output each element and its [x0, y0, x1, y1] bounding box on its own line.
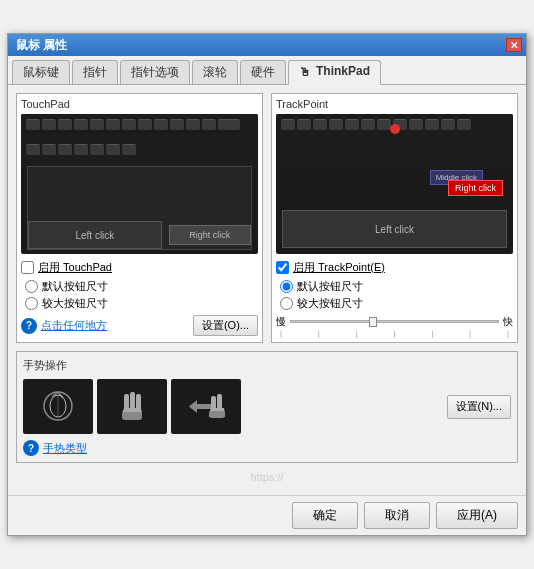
- key: [138, 119, 152, 130]
- key: [457, 119, 471, 130]
- keyboard-bg-trk: [276, 114, 513, 169]
- tick: |: [318, 329, 320, 338]
- trackpoint-options: 启用 TrackPoint(E) 默认按钮尺寸 较大按钮尺寸 慢: [276, 260, 513, 338]
- default-size-radio[interactable]: [25, 280, 38, 293]
- touchpad-title: TouchPad: [21, 98, 258, 110]
- speed-slider-container: [290, 315, 499, 329]
- close-button[interactable]: ✕: [506, 38, 522, 52]
- window-controls: ✕: [506, 38, 522, 52]
- tick: |: [507, 329, 509, 338]
- tp-large-size-radio[interactable]: [280, 297, 293, 310]
- main-window: 鼠标 属性 ✕ 鼠标键 指针 指针选项 滚轮 硬件 🖱ThinkPad Touc…: [7, 33, 527, 536]
- gesture-help-row: ? 手热类型: [23, 440, 511, 456]
- touchpad-settings-btn[interactable]: 设置(O)...: [193, 315, 258, 336]
- right-click-zone: Right click: [448, 180, 503, 196]
- gesture-section: 手势操作: [16, 351, 518, 463]
- key: [425, 119, 439, 130]
- tab-bar: 鼠标键 指针 指针选项 滚轮 硬件 🖱ThinkPad: [8, 56, 526, 85]
- touchpad-help-link[interactable]: ? 点击任何地方: [21, 318, 107, 334]
- key: [329, 119, 343, 130]
- help-icon: ?: [21, 318, 37, 334]
- key: [409, 119, 423, 130]
- key: [297, 119, 311, 130]
- key: [58, 144, 72, 155]
- enable-trackpoint-row: 启用 TrackPoint(E): [276, 260, 513, 275]
- key: [26, 144, 40, 155]
- tab-pointer[interactable]: 指针: [72, 60, 118, 84]
- key: [170, 119, 184, 130]
- gesture-three-finger-img: [97, 379, 167, 434]
- enable-trackpoint-checkbox[interactable]: [276, 261, 289, 274]
- key: [42, 119, 56, 130]
- touchpad-right-label: Right click: [189, 230, 230, 240]
- enable-touchpad-label: 启用 TouchPad: [38, 260, 112, 275]
- key: [58, 119, 72, 130]
- gesture-three-finger-icon: [102, 384, 162, 429]
- gesture-swipe-img: [171, 379, 241, 434]
- touchpad-image: Left click Right click: [21, 114, 258, 254]
- thinkpad-tab-icon: 🖱: [299, 65, 313, 79]
- tab-pointer-options[interactable]: 指针选项: [120, 60, 190, 84]
- tab-wheel[interactable]: 滚轮: [192, 60, 238, 84]
- touchpad-help-text: 点击任何地方: [41, 318, 107, 333]
- tp-default-size-radio[interactable]: [280, 280, 293, 293]
- panels-row: TouchPad: [16, 93, 518, 343]
- tp-default-size-row: 默认按钮尺寸: [276, 279, 513, 294]
- enable-touchpad-row: 启用 TouchPad: [21, 260, 258, 275]
- key: [154, 119, 168, 130]
- touchpad-help-row: ? 点击任何地方 设置(O)...: [21, 315, 258, 336]
- left-click-zone: Left click: [282, 210, 507, 248]
- gesture-rotate-icon: [28, 384, 88, 429]
- touchpad-right-zone: Right click: [169, 225, 252, 245]
- tp-default-size-label: 默认按钮尺寸: [297, 279, 363, 294]
- key: [106, 119, 120, 130]
- tick: |: [393, 329, 395, 338]
- right-click-label: Right click: [455, 183, 496, 193]
- tab-hardware[interactable]: 硬件: [240, 60, 286, 84]
- slider-track: [290, 320, 499, 323]
- touchpad-surface: Left click Right click: [27, 166, 252, 250]
- touchpad-panel: TouchPad: [16, 93, 263, 343]
- gesture-swipe-icon: [171, 384, 241, 429]
- key: [42, 144, 56, 155]
- touchpad-options: 启用 TouchPad 默认按钮尺寸 较大按钮尺寸 ? 点击任何地方: [21, 260, 258, 336]
- keyboard-bg-tp: [21, 114, 258, 169]
- bottom-buttons: 确定 取消 应用(A): [8, 495, 526, 535]
- default-size-label: 默认按钮尺寸: [42, 279, 108, 294]
- key: [26, 119, 40, 130]
- tab-thinkpad[interactable]: 🖱ThinkPad: [288, 60, 381, 85]
- trackpoint-title: TrackPoint: [276, 98, 513, 110]
- trackpoint-buttons-area: Middle click Right click Left click: [282, 166, 507, 250]
- enable-touchpad-checkbox[interactable]: [21, 261, 34, 274]
- large-size-radio[interactable]: [25, 297, 38, 310]
- cancel-button[interactable]: 取消: [364, 502, 430, 529]
- key: [202, 119, 216, 130]
- fast-label: 快: [503, 315, 513, 329]
- tick: |: [469, 329, 471, 338]
- key: [218, 119, 240, 130]
- tick: |: [431, 329, 433, 338]
- gesture-content-row: 设置(N)...: [23, 379, 511, 434]
- key: [186, 119, 200, 130]
- gesture-help-text: 手热类型: [43, 441, 87, 456]
- key: [106, 144, 120, 155]
- trackpoint-dot: [390, 124, 400, 134]
- gesture-help-icon: ?: [23, 440, 39, 456]
- ok-button[interactable]: 确定: [292, 502, 358, 529]
- key: [122, 119, 136, 130]
- tp-large-size-label: 较大按钮尺寸: [297, 296, 363, 311]
- slow-label: 慢: [276, 315, 286, 329]
- key: [345, 119, 359, 130]
- tick: |: [280, 329, 282, 338]
- gesture-settings-btn[interactable]: 设置(N)...: [447, 395, 511, 419]
- slider-ticks: | | | | | | |: [276, 329, 513, 338]
- tp-large-size-row: 较大按钮尺寸: [276, 296, 513, 311]
- gesture-images: [23, 379, 241, 434]
- tab-mouse-keys[interactable]: 鼠标键: [12, 60, 70, 84]
- gesture-help-link[interactable]: ? 手热类型: [23, 440, 511, 456]
- gesture-rotate-img: [23, 379, 93, 434]
- trackpoint-image: Middle click Right click Left click: [276, 114, 513, 254]
- apply-button[interactable]: 应用(A): [436, 502, 518, 529]
- key: [74, 119, 88, 130]
- slider-thumb[interactable]: [369, 317, 377, 327]
